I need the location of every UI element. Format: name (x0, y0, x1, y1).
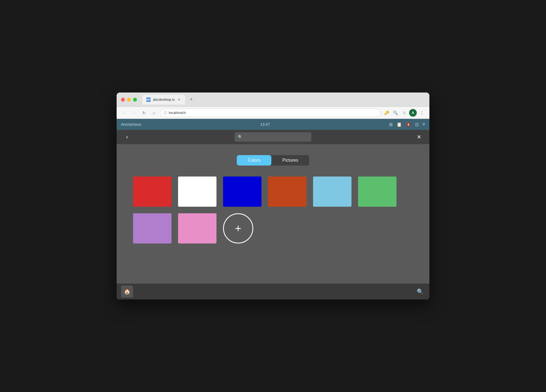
tab-title: abcdesktop.io (153, 97, 175, 102)
app-main: Colors Pictures + (117, 144, 429, 254)
app-topbar-icons: ⊞ 📋 🔇 ⊡ ≡ (389, 122, 425, 127)
address-input[interactable] (169, 111, 377, 115)
app-time: 13:47 (141, 122, 389, 127)
browser-window: abc abcdesktop.io ✕ + ‹ › ↻ ⌂ ⓘ 🔑 🔍 ☆ A … (117, 93, 429, 299)
minimize-window-button[interactable] (127, 98, 131, 102)
color-swatch-red[interactable] (133, 177, 171, 207)
app-content: ‹ 🔍 ✕ Colors Pictures (117, 130, 429, 284)
nav-bar: ‹ › ↻ ⌂ ⓘ 🔑 🔍 ☆ A ⋮ (117, 107, 429, 119)
colors-tab[interactable]: Colors (237, 155, 271, 166)
color-swatch-green[interactable] (358, 177, 396, 207)
volume-icon[interactable]: 🔇 (406, 122, 411, 127)
app-username: Anonymous (121, 122, 141, 127)
color-swatch-purple[interactable] (133, 213, 171, 243)
tab-switcher-inner: Colors Pictures (237, 155, 309, 166)
app-bottombar: 🏠 🔍 (117, 284, 429, 299)
tab-bar: abc abcdesktop.io ✕ + (142, 95, 425, 105)
nav-actions: 🔑 🔍 ☆ A ⋮ (383, 109, 426, 117)
back-button[interactable]: ‹ (120, 109, 128, 117)
bottom-search-button[interactable]: 🔍 (415, 287, 425, 296)
app-close-button[interactable]: ✕ (414, 132, 424, 142)
color-swatch-white[interactable] (178, 177, 216, 207)
address-bar[interactable]: ⓘ (160, 109, 381, 117)
clipboard-icon[interactable]: 📋 (396, 122, 402, 127)
app-back-button[interactable]: ‹ (122, 132, 132, 142)
tab-switcher: Colors Pictures (133, 155, 413, 166)
app-topbar: Anonymous 13:47 ⊞ 📋 🔇 ⊡ ≡ (117, 119, 429, 130)
home-button[interactable]: ⌂ (150, 109, 158, 117)
zoom-icon[interactable]: 🔍 (392, 109, 399, 117)
app-search-input[interactable] (245, 135, 308, 139)
plus-icon: + (235, 222, 241, 235)
bookmark-icon[interactable]: ☆ (400, 109, 408, 117)
close-window-button[interactable] (121, 98, 125, 102)
active-tab[interactable]: abc abcdesktop.io ✕ (142, 95, 185, 105)
pictures-tab[interactable]: Pictures (271, 155, 309, 166)
tab-favicon: abc (146, 97, 151, 102)
address-info-icon: ⓘ (164, 110, 167, 115)
browser-menu-icon[interactable]: ⋮ (418, 109, 426, 117)
color-grid: + (133, 177, 413, 243)
app-search-icon: 🔍 (238, 135, 243, 139)
key-icon[interactable]: 🔑 (383, 109, 390, 117)
app-search-bar: 🔍 (235, 132, 311, 142)
color-swatch-lightblue[interactable] (313, 177, 351, 207)
forward-button[interactable]: › (130, 109, 138, 117)
maximize-window-button[interactable] (133, 98, 137, 102)
grid-icon[interactable]: ⊞ (389, 122, 393, 127)
color-swatch-orange[interactable] (268, 177, 306, 207)
title-bar: abc abcdesktop.io ✕ + (117, 93, 429, 107)
home-button[interactable]: 🏠 (121, 285, 133, 298)
color-swatch-pink[interactable] (178, 213, 216, 243)
refresh-button[interactable]: ↻ (140, 109, 148, 117)
new-tab-button[interactable]: + (187, 96, 195, 103)
tab-close-button[interactable]: ✕ (177, 97, 181, 102)
app-navbar: ‹ 🔍 ✕ (117, 130, 429, 144)
profile-avatar[interactable]: A (409, 109, 417, 117)
home-icon: 🏠 (124, 288, 131, 295)
add-color-button[interactable]: + (223, 213, 253, 243)
menu-lines-icon[interactable]: ≡ (423, 122, 425, 127)
traffic-lights (121, 98, 137, 102)
screen-icon[interactable]: ⊡ (415, 122, 419, 127)
color-swatch-blue[interactable] (223, 177, 261, 207)
search-icon: 🔍 (417, 288, 424, 295)
